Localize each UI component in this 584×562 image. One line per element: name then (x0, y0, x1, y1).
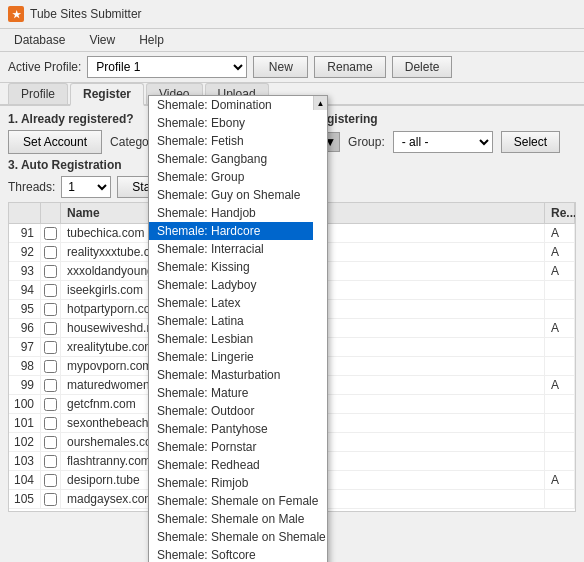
group-select[interactable]: - all - (393, 131, 493, 153)
col-header-num (9, 203, 41, 223)
cell-num: 96 (9, 319, 41, 337)
app-title: Tube Sites Submitter (30, 7, 142, 21)
cell-check[interactable] (41, 433, 61, 451)
cell-check[interactable] (41, 490, 61, 508)
dropdown-item[interactable]: Shemale: Shemale on Female (149, 492, 313, 510)
cell-re: A (545, 224, 575, 242)
dropdown-item[interactable]: Shemale: Lingerie (149, 348, 313, 366)
dropdown-item[interactable]: Shemale: Fetish (149, 132, 313, 150)
dropdown-item[interactable]: Shemale: Group (149, 168, 313, 186)
row-checkbox[interactable] (44, 474, 57, 487)
tab-register[interactable]: Register (70, 83, 144, 106)
dropdown-item[interactable]: Shemale: Domination (149, 96, 313, 114)
cell-check[interactable] (41, 281, 61, 299)
cell-re (545, 452, 575, 470)
dropdown-item[interactable]: Shemale: Masturbation (149, 366, 313, 384)
cell-re (545, 433, 575, 451)
select-button[interactable]: Select (501, 131, 560, 153)
dropdown-item[interactable]: Shemale: Redhead (149, 456, 313, 474)
set-account-button[interactable]: Set Account (8, 130, 102, 154)
cell-num: 105 (9, 490, 41, 508)
cell-num: 101 (9, 414, 41, 432)
row-checkbox[interactable] (44, 417, 57, 430)
cell-check[interactable] (41, 357, 61, 375)
cell-re (545, 395, 575, 413)
row-checkbox[interactable] (44, 303, 57, 316)
row-checkbox[interactable] (44, 246, 57, 259)
dropdown-item[interactable]: Shemale: Mature (149, 384, 313, 402)
cell-num: 100 (9, 395, 41, 413)
menu-database[interactable]: Database (8, 31, 71, 49)
row-checkbox[interactable] (44, 227, 57, 240)
cell-num: 99 (9, 376, 41, 394)
toolbar: Active Profile: Profile 1 New Rename Del… (0, 52, 584, 83)
threads-label: Threads: (8, 180, 55, 194)
profile-select[interactable]: Profile 1 (87, 56, 247, 78)
cell-check[interactable] (41, 319, 61, 337)
row-checkbox[interactable] (44, 455, 57, 468)
cell-check[interactable] (41, 262, 61, 280)
cell-num: 102 (9, 433, 41, 451)
rename-button[interactable]: Rename (314, 56, 385, 78)
row-checkbox[interactable] (44, 322, 57, 335)
dropdown-item[interactable]: Shemale: Latina (149, 312, 313, 330)
row-checkbox[interactable] (44, 265, 57, 278)
cell-re (545, 357, 575, 375)
dropdown-item[interactable]: Shemale: Hardcore (149, 222, 313, 240)
cell-re: A (545, 319, 575, 337)
row-checkbox[interactable] (44, 398, 57, 411)
dropdown-item[interactable]: Shemale: Handjob (149, 204, 313, 222)
group-label: Group: (348, 135, 385, 149)
cell-re (545, 414, 575, 432)
cell-check[interactable] (41, 395, 61, 413)
dropdown-item[interactable]: Shemale: Softcore (149, 546, 313, 562)
row-checkbox[interactable] (44, 341, 57, 354)
dropdown-item[interactable]: Shemale: Pornstar (149, 438, 313, 456)
row-checkbox[interactable] (44, 379, 57, 392)
cell-re (545, 338, 575, 356)
dropdown-item[interactable]: Shemale: Pantyhose (149, 420, 313, 438)
category-dropdown-list[interactable]: Shemale: DominationShemale: EbonyShemale… (148, 95, 328, 562)
title-bar: ★ Tube Sites Submitter (0, 0, 584, 29)
dropdown-item[interactable]: Shemale: Shemale on Shemale (149, 528, 313, 546)
cell-num: 98 (9, 357, 41, 375)
section1-title: 1. Already registered? (8, 112, 134, 126)
cell-num: 94 (9, 281, 41, 299)
menu-view[interactable]: View (83, 31, 121, 49)
dropdown-item[interactable]: Shemale: Outdoor (149, 402, 313, 420)
dropdown-item[interactable]: Shemale: Gangbang (149, 150, 313, 168)
dropdown-item[interactable]: Shemale: Latex (149, 294, 313, 312)
cell-num: 92 (9, 243, 41, 261)
cell-num: 91 (9, 224, 41, 242)
dropdown-item[interactable]: Shemale: Shemale on Male (149, 510, 313, 528)
cell-num: 97 (9, 338, 41, 356)
dropdown-item[interactable]: Shemale: Rimjob (149, 474, 313, 492)
menu-help[interactable]: Help (133, 31, 170, 49)
threads-select[interactable]: 1 2 3 (61, 176, 111, 198)
row-checkbox[interactable] (44, 284, 57, 297)
cell-check[interactable] (41, 300, 61, 318)
row-checkbox[interactable] (44, 493, 57, 506)
cell-num: 93 (9, 262, 41, 280)
cell-check[interactable] (41, 338, 61, 356)
tab-profile[interactable]: Profile (8, 83, 68, 104)
cell-check[interactable] (41, 376, 61, 394)
cell-re (545, 281, 575, 299)
dropdown-item[interactable]: Shemale: Ebony (149, 114, 313, 132)
cell-check[interactable] (41, 452, 61, 470)
dropdown-item[interactable]: Shemale: Lesbian (149, 330, 313, 348)
row-checkbox[interactable] (44, 436, 57, 449)
dropdown-item[interactable]: Shemale: Kissing (149, 258, 313, 276)
cell-check[interactable] (41, 224, 61, 242)
delete-button[interactable]: Delete (392, 56, 453, 78)
dropdown-scroll-up[interactable]: ▲ (313, 96, 327, 110)
new-button[interactable]: New (253, 56, 308, 78)
cell-check[interactable] (41, 471, 61, 489)
cell-check[interactable] (41, 414, 61, 432)
dropdown-item[interactable]: Shemale: Guy on Shemale (149, 186, 313, 204)
dropdown-item[interactable]: Shemale: Interracial (149, 240, 313, 258)
cell-check[interactable] (41, 243, 61, 261)
row-checkbox[interactable] (44, 360, 57, 373)
cell-num: 95 (9, 300, 41, 318)
dropdown-item[interactable]: Shemale: Ladyboy (149, 276, 313, 294)
